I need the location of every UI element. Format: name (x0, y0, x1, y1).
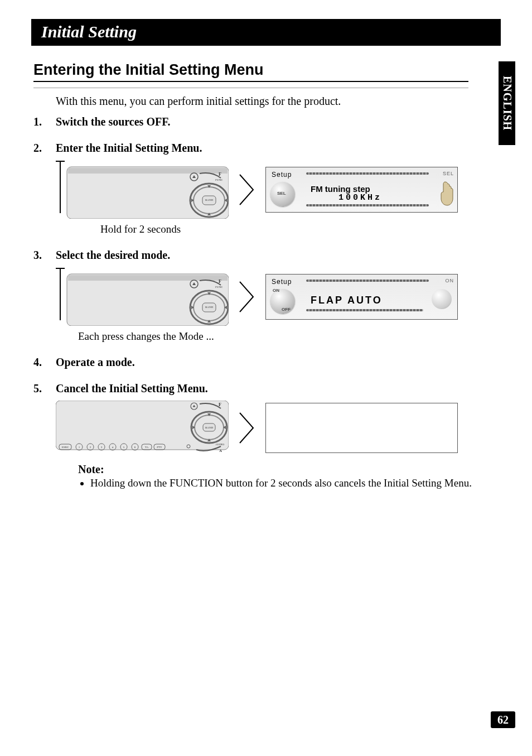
svg-rect-11 (67, 274, 229, 326)
step-1-title: Switch the sources OFF. (56, 115, 171, 128)
svg-text:PTY: PTY (157, 446, 162, 449)
lcd-right-label: ON (446, 278, 454, 283)
display-screen-flap: Setup ON OFF FLAP AUTO ON (265, 274, 458, 320)
svg-rect-1 (67, 167, 229, 219)
lcd-line2: 100KHz (338, 193, 382, 203)
svg-text:ESRC: ESRC (62, 446, 69, 449)
step-5: Cancel the Initial Setting Menu. F BAND (33, 382, 499, 489)
knob-sel-label: SEL (277, 191, 286, 196)
step-2-title: Enter the Initial Setting Menu. (56, 142, 202, 154)
svg-text:TA: TA (145, 446, 149, 449)
svg-text:F: F (219, 402, 221, 407)
device-panel-top: F FUNC BAND (56, 160, 229, 219)
step-4-title: Operate a mode. (56, 356, 135, 368)
step-1: Switch the sources OFF. (33, 115, 499, 128)
svg-text:BAND: BAND (205, 199, 214, 201)
device-panel-bottom: F BAND ESRC 1 2 3 4 (56, 401, 229, 455)
note-title: Note: (78, 463, 499, 476)
lcd-right-label: SEL (443, 171, 454, 176)
page-number: 62 (491, 711, 515, 728)
svg-text:AUDIO: AUDIO (215, 443, 224, 446)
display-screen-fm: Setup SEL FM tuning step 100KHz SEL (265, 167, 458, 213)
svg-text:FUNC: FUNC (215, 286, 223, 288)
device-panel-top-2: F FUNC BAND (56, 267, 229, 326)
knob-off-label: OFF (282, 307, 291, 312)
svg-text:F: F (219, 279, 221, 284)
language-tab: ENGLISH (499, 61, 515, 145)
intro-text: With this menu, you can perform initial … (56, 95, 499, 108)
svg-text:BAND: BAND (205, 306, 214, 309)
hand-pointer-icon (438, 180, 454, 206)
svg-text:A: A (219, 449, 222, 453)
section-underline (33, 88, 468, 88)
arrow-icon (239, 174, 255, 206)
lcd-line1: FM tuning step (311, 184, 370, 194)
arrow-icon (239, 281, 255, 313)
lcd-setup-label: Setup (272, 278, 292, 286)
svg-text:FUNC: FUNC (215, 179, 223, 181)
step-3: Select the desired mode. F FUNC BAND (33, 249, 499, 343)
step-5-title: Cancel the Initial Setting Menu. (56, 382, 208, 394)
knob-on-label: ON (273, 288, 279, 293)
arrow-icon (239, 412, 255, 444)
section-title: Entering the Initial Setting Menu (33, 61, 468, 82)
svg-text:BAND: BAND (205, 426, 214, 429)
step-3-caption: Each press changes the Mode ... (78, 330, 499, 343)
chapter-title: Initial Setting (31, 19, 501, 46)
step-2-caption: Hold for 2 seconds (100, 223, 499, 235)
note-item: Holding down the FUNCTION button for 2 s… (90, 477, 499, 489)
step-3-title: Select the desired mode. (56, 249, 170, 261)
step-4: Operate a mode. (33, 356, 499, 369)
step-2: Enter the Initial Setting Menu. F FUNC (33, 142, 499, 235)
lcd-setup-label: Setup (272, 171, 292, 179)
display-screen-blank (265, 403, 458, 453)
svg-text:F: F (219, 172, 221, 177)
right-knob-icon (432, 289, 452, 309)
lcd-flap-text: FLAP AUTO (311, 295, 383, 306)
